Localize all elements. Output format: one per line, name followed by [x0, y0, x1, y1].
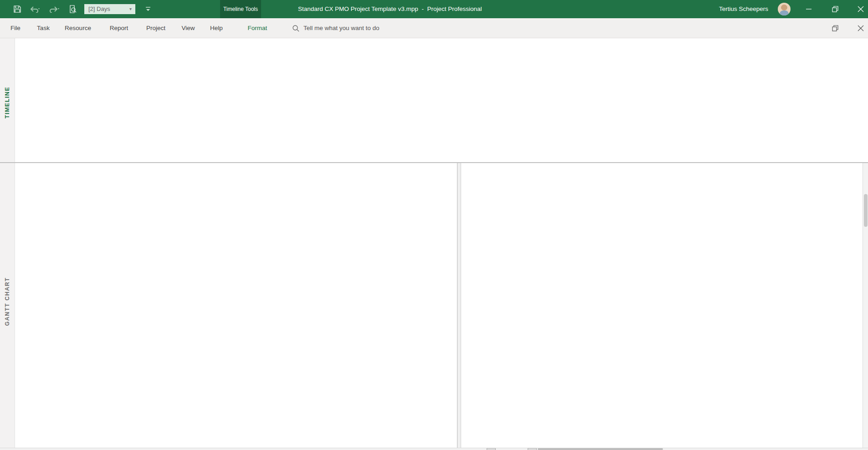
gantt-view: GANTT CHART — [0, 163, 868, 448]
tab-view[interactable]: View — [181, 18, 195, 38]
vertical-scrollbar[interactable] — [863, 163, 868, 448]
timeline-pane: TIMELINE — [0, 38, 868, 162]
tab-resource[interactable]: Resource — [65, 18, 91, 38]
ribbon-tab-row: FileTaskResourceReportProjectViewHelp Fo… — [0, 18, 868, 38]
title-bar: [2] Days▾ Timeline Tools Standard CX PMO… — [0, 0, 868, 18]
timeline-pane-rail[interactable]: TIMELINE — [0, 38, 15, 162]
chevron-down-icon: ▾ — [129, 4, 132, 14]
user-name[interactable]: Tertius Scheepers — [719, 0, 768, 18]
tab-project[interactable]: Project — [146, 18, 165, 38]
tab-task[interactable]: Task — [37, 18, 50, 38]
horizontal-scrollbar-thumb[interactable] — [538, 448, 663, 450]
undo-icon[interactable] — [30, 5, 40, 13]
restore-button[interactable] — [832, 6, 838, 12]
tab-file[interactable]: File — [10, 18, 21, 38]
timeline-pane-label: TIMELINE — [4, 87, 10, 118]
close-pane-icon[interactable] — [858, 25, 864, 31]
tab-help[interactable]: Help — [210, 18, 223, 38]
ms-project-window: [2] Days▾ Timeline Tools Standard CX PMO… — [0, 0, 868, 450]
tab-report[interactable]: Report — [110, 18, 128, 38]
restore-pane-icon[interactable] — [832, 25, 838, 31]
customize-quick-access-icon[interactable] — [145, 6, 151, 12]
avatar[interactable] — [778, 3, 791, 15]
view-selector-dropdown[interactable]: [2] Days▾ — [84, 4, 135, 14]
context-tab-timeline-tools[interactable]: Timeline Tools — [220, 0, 261, 18]
scroll-button[interactable] — [487, 448, 496, 450]
search-icon — [292, 25, 299, 32]
tab-format[interactable]: Format — [248, 18, 267, 38]
minimize-button[interactable] — [806, 6, 812, 12]
close-button[interactable] — [858, 6, 864, 12]
save-icon[interactable] — [13, 5, 21, 13]
gantt-pane-rail[interactable]: GANTT CHART — [0, 163, 15, 448]
tell-me-search[interactable]: Tell me what you want to do — [303, 18, 380, 38]
print-preview-icon[interactable] — [69, 5, 77, 13]
pane-splitter[interactable] — [457, 163, 461, 450]
scroll-button[interactable] — [528, 448, 537, 450]
horizontal-scrollbar[interactable] — [0, 448, 868, 450]
redo-icon[interactable] — [49, 5, 59, 13]
vertical-scrollbar-thumb[interactable] — [864, 194, 868, 227]
window-title: Standard CX PMO Project Template v3.mpp … — [298, 0, 482, 18]
gantt-pane-label: GANTT CHART — [4, 277, 10, 326]
